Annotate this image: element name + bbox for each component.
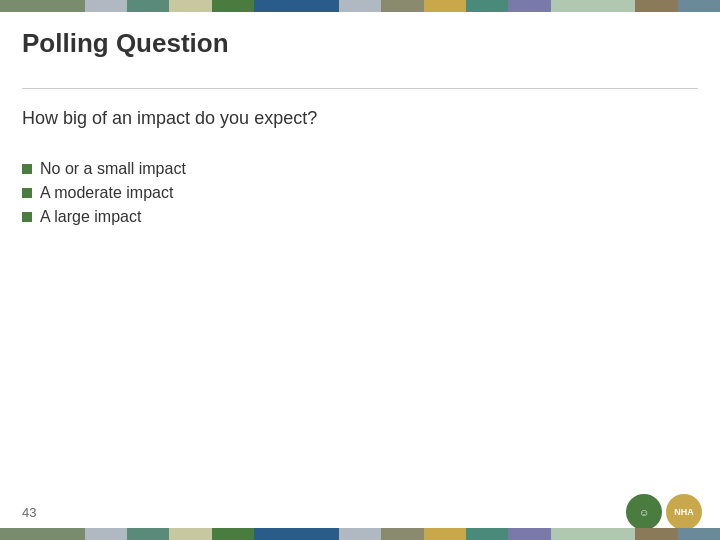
top-bar-segment: [127, 0, 169, 12]
bottom-bar-segment: [212, 528, 254, 540]
question-text: How big of an impact do you expect?: [22, 108, 317, 129]
bottom-bar-segment: [0, 528, 85, 540]
answer-list: No or a small impactA moderate impactA l…: [22, 160, 186, 226]
logo-icon-right: NHA: [666, 494, 702, 530]
top-bar-segment: [381, 0, 423, 12]
page-title: Polling Question: [22, 28, 229, 59]
bullet-icon: [22, 212, 32, 222]
top-bar-segment: [169, 0, 211, 12]
bottom-bar-segment: [254, 528, 339, 540]
bottom-bar-segment: [424, 528, 466, 540]
top-bar-segment: [339, 0, 381, 12]
top-bar-segment: [254, 0, 339, 12]
bottom-bar-segment: [339, 528, 381, 540]
top-bar-segment: [508, 0, 550, 12]
top-decorative-bar: [0, 0, 720, 12]
top-bar-segment: [0, 0, 85, 12]
divider: [22, 88, 698, 89]
bottom-bar-segment: [381, 528, 423, 540]
answer-text: A moderate impact: [40, 184, 173, 202]
list-item: A large impact: [22, 208, 186, 226]
top-bar-segment: [466, 0, 508, 12]
answer-text: A large impact: [40, 208, 141, 226]
page-number: 43: [22, 505, 36, 520]
bottom-bar-segment: [127, 528, 169, 540]
top-bar-segment: [212, 0, 254, 12]
top-bar-segment: [635, 0, 677, 12]
top-bar-segment: [678, 0, 720, 12]
bullet-icon: [22, 164, 32, 174]
list-item: A moderate impact: [22, 184, 186, 202]
list-item: No or a small impact: [22, 160, 186, 178]
logo-icon-left: ☺: [626, 494, 662, 530]
answer-text: No or a small impact: [40, 160, 186, 178]
bottom-bar-segment: [169, 528, 211, 540]
bottom-bar-segment: [678, 528, 720, 540]
top-bar-segment: [85, 0, 127, 12]
bullet-icon: [22, 188, 32, 198]
top-bar-segment: [424, 0, 466, 12]
bottom-bar-segment: [466, 528, 508, 540]
top-bar-segment: [551, 0, 636, 12]
logo-area: ☺ NHA: [626, 494, 702, 530]
bottom-bar-segment: [635, 528, 677, 540]
bottom-bar-segment: [508, 528, 550, 540]
bottom-decorative-bar: [0, 528, 720, 540]
bottom-bar-segment: [85, 528, 127, 540]
bottom-bar-segment: [551, 528, 636, 540]
